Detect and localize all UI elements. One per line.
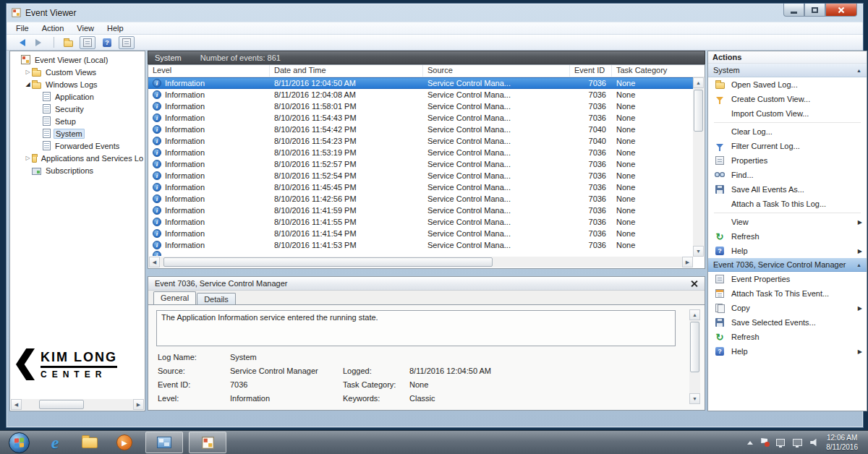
tray-clock[interactable]: 12:06 AM 8/11/2016	[826, 433, 858, 452]
menu-help[interactable]: Help	[101, 23, 130, 33]
action-create-custom-view[interactable]: Create Custom View...	[708, 92, 867, 106]
internet-explorer-button[interactable]: e	[46, 433, 64, 452]
event-row[interactable]: iInformation8/10/2016 11:52:57 PMService…	[148, 158, 694, 170]
action-open-saved-log[interactable]: Open Saved Log...	[708, 77, 867, 92]
maximize-button[interactable]	[804, 4, 825, 17]
scroll-left-icon[interactable]: ◀	[11, 399, 22, 410]
action-refresh[interactable]: Refresh	[708, 330, 867, 344]
action-view[interactable]: View▶	[708, 215, 867, 229]
event-row[interactable]: iInformation8/10/2016 11:42:56 PMService…	[148, 193, 694, 205]
scrollbar-thumb[interactable]	[163, 257, 493, 267]
event-row[interactable]: iInformation8/11/2016 12:04:50 AMService…	[148, 77, 694, 89]
scrollbar-thumb[interactable]	[39, 400, 84, 409]
show-console-tree-button[interactable]	[80, 36, 95, 49]
action-save-selected-events[interactable]: Save Selected Events...	[708, 315, 867, 330]
action-filter-current-log[interactable]: Filter Current Log...	[708, 139, 867, 153]
event-row[interactable]: iInformation8/10/2016 11:41:55 PMService…	[148, 216, 694, 228]
tree-item-event-viewer-local[interactable]: Event Viewer (Local)	[10, 53, 145, 66]
scroll-left-icon[interactable]: ◀	[149, 257, 160, 267]
column-event-id[interactable]: Event ID	[570, 65, 612, 77]
action-properties[interactable]: Properties	[708, 153, 867, 168]
show-action-pane-button[interactable]	[119, 36, 135, 49]
tree-item-subscriptions[interactable]: Subscriptions	[10, 164, 145, 176]
scroll-down-icon[interactable]: ▼	[689, 393, 700, 404]
help-button[interactable]	[99, 36, 115, 49]
tree-item-security[interactable]: Security	[10, 103, 145, 115]
action-section-header[interactable]: System▲	[708, 64, 867, 77]
display-icon[interactable]	[793, 439, 802, 446]
action-help[interactable]: Help▶	[708, 344, 867, 359]
expanded-expander-icon[interactable]: ◢	[24, 81, 32, 87]
tab-details[interactable]: Details	[197, 293, 236, 304]
tree-item-custom-views[interactable]: ▷Custom Views	[10, 66, 145, 78]
event-row[interactable]: iInformation8/10/2016 11:54:43 PMService…	[148, 112, 694, 124]
tree-item-setup[interactable]: Setup	[10, 115, 145, 127]
open-log-button[interactable]	[60, 36, 76, 49]
action-refresh[interactable]: Refresh	[708, 229, 867, 244]
collapse-arrow-icon[interactable]: ▲	[856, 262, 861, 267]
action-clear-log[interactable]: Clear Log...	[708, 124, 867, 139]
column-source[interactable]: Source	[423, 65, 570, 77]
event-row[interactable]: iInformation8/10/2016 11:41:53 PMService…	[148, 239, 694, 251]
tree-item-system[interactable]: System	[10, 127, 145, 140]
column-level[interactable]: Level	[148, 65, 270, 77]
tree-item-application[interactable]: Application	[10, 90, 145, 103]
event-row[interactable]: iInformation8/10/2016 11:53:19 PMService…	[148, 147, 694, 158]
action-import-custom-view[interactable]: Import Custom View...	[708, 106, 867, 121]
scroll-down-icon[interactable]: ▼	[693, 246, 704, 257]
action-section-header[interactable]: Event 7036, Service Control Manager▲	[708, 258, 867, 272]
windows-explorer-button[interactable]	[80, 433, 99, 452]
detail-vertical-scrollbar[interactable]: ▲ ▼	[689, 309, 700, 404]
event-row[interactable]: iInformation8/11/2016 12:04:08 AMService…	[148, 89, 694, 100]
collapsed-expander-icon[interactable]: ▷	[24, 69, 32, 75]
start-button[interactable]	[9, 432, 30, 453]
collapse-arrow-icon[interactable]: ▲	[856, 68, 861, 73]
close-button[interactable]	[825, 4, 857, 17]
action-center-flag-icon[interactable]	[761, 438, 768, 447]
event-row[interactable]: iInformation8/10/2016 11:54:23 PMService…	[148, 135, 694, 147]
tree-item-forwarded-events[interactable]: Forwarded Events	[10, 140, 145, 152]
network-icon[interactable]	[776, 439, 785, 446]
tree-item-windows-logs[interactable]: ◢Windows Logs	[10, 78, 145, 90]
forward-button[interactable]	[32, 36, 48, 49]
tab-general[interactable]: General	[153, 291, 196, 304]
menu-action[interactable]: Action	[35, 23, 71, 33]
menu-view[interactable]: View	[70, 23, 101, 33]
event-row[interactable]: iInformation8/10/2016 11:41:59 PMService…	[148, 205, 694, 216]
action-attach-task-to-this-event[interactable]: Attach Task To This Event...	[708, 286, 867, 301]
action-event-properties[interactable]: Event Properties	[708, 272, 867, 286]
scroll-up-icon[interactable]: ▲	[693, 77, 704, 88]
admin-tools-window-button[interactable]	[145, 432, 183, 453]
action-copy[interactable]: Copy▶	[708, 301, 867, 315]
scroll-right-icon[interactable]: ▶	[682, 257, 693, 267]
media-player-button[interactable]: ▶	[115, 433, 134, 452]
back-button[interactable]	[12, 36, 28, 49]
event-row[interactable]: iInformation8/10/2016 11:41:54 PMService…	[148, 228, 694, 239]
action-help[interactable]: Help▶	[708, 244, 867, 258]
scroll-up-icon[interactable]: ▲	[689, 309, 700, 320]
tree-item-applications-and-services-lo[interactable]: ▷Applications and Services Lo	[10, 152, 145, 164]
event-row[interactable]: iInformation8/10/2016 11:45:45 PMService…	[148, 181, 694, 193]
event-viewer-window-button[interactable]	[189, 432, 226, 453]
table-horizontal-scrollbar[interactable]: ◀ ▶	[149, 257, 693, 267]
action-save-all-events-as[interactable]: Save All Events As...	[708, 182, 867, 197]
volume-icon[interactable]	[810, 439, 818, 447]
scrollbar-thumb[interactable]	[690, 322, 699, 372]
table-vertical-scrollbar[interactable]: ▲ ▼	[693, 77, 704, 257]
scroll-right-icon[interactable]: ▶	[133, 399, 144, 410]
event-row[interactable]: iInformation8/10/2016 11:52:54 PMService…	[148, 170, 694, 181]
action-attach-a-task-to-this-log[interactable]: Attach a Task To this Log...	[708, 197, 867, 211]
titlebar[interactable]: Event Viewer	[7, 4, 863, 22]
column-task-category[interactable]: Task Category	[612, 65, 684, 77]
close-icon[interactable]	[691, 280, 698, 287]
action-find[interactable]: Find...	[708, 168, 867, 182]
column-date[interactable]: Date and Time	[270, 65, 423, 77]
hidden-icons-arrow[interactable]	[747, 441, 753, 445]
scrollbar-thumb[interactable]	[694, 90, 703, 132]
event-row[interactable]: iInformation8/10/2016 11:54:42 PMService…	[148, 124, 694, 135]
event-row[interactable]: iInformation8/10/2016 11:58:01 PMService…	[148, 100, 694, 112]
collapsed-expander-icon[interactable]: ▷	[24, 155, 32, 161]
event-row-partial[interactable]: i	[148, 251, 694, 256]
tree-horizontal-scrollbar[interactable]: ◀ ▶	[11, 399, 144, 410]
minimize-button[interactable]	[783, 4, 804, 17]
